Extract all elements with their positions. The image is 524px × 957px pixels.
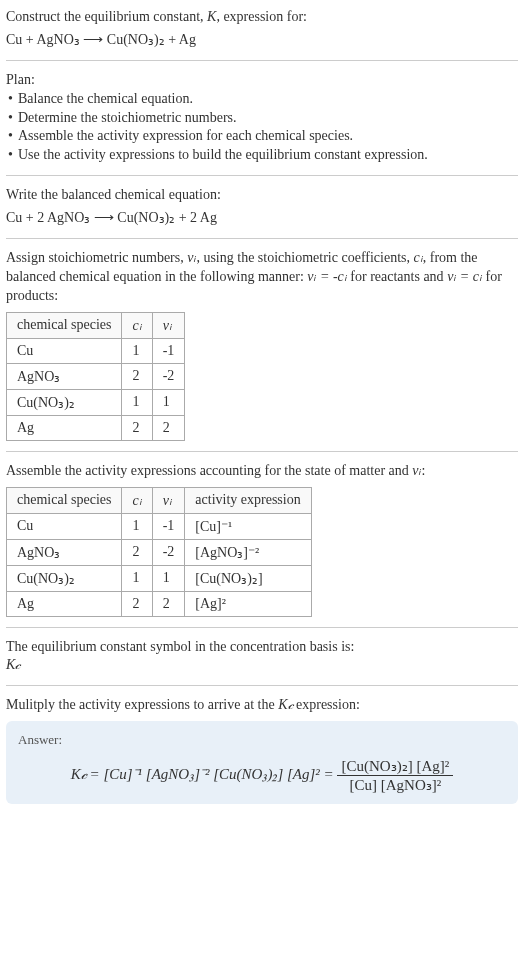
cell-nu: 2	[152, 415, 185, 440]
cell-species: Ag	[7, 415, 122, 440]
cell-nu: -1	[152, 338, 185, 363]
kc-symbol-heading: The equilibrium constant symbol in the c…	[6, 638, 518, 657]
table-row: AgNO₃ 2 -2 [AgNO₃]⁻²	[7, 539, 312, 565]
text-fragment: expression:	[293, 697, 360, 712]
prompt-section: Construct the equilibrium constant, K, e…	[6, 8, 518, 50]
table-header-row: chemical species cᵢ νᵢ activity expressi…	[7, 487, 312, 513]
kc-symbol-inline: K𝒸	[278, 697, 292, 712]
cell-species: Cu	[7, 338, 122, 363]
plan-item-text: Assemble the activity expression for eac…	[18, 128, 353, 143]
col-ci: cᵢ	[122, 312, 152, 338]
table-row: Cu(NO₃)₂ 1 1	[7, 389, 185, 415]
cell-ci: 1	[122, 389, 152, 415]
cell-activity: [Ag]²	[185, 591, 311, 616]
cell-species: AgNO₃	[7, 363, 122, 389]
plan-item: •Use the activity expressions to build t…	[8, 146, 518, 165]
divider	[6, 60, 518, 61]
stoich-section: Assign stoichiometric numbers, νᵢ, using…	[6, 249, 518, 441]
fraction-denominator: [Cu] [AgNO₃]²	[337, 776, 453, 794]
kc-expression: K𝒸 = [Cu]⁻¹ [AgNO₃]⁻² [Cu(NO₃)₂] [Ag]² =…	[18, 757, 506, 794]
col-species: chemical species	[7, 312, 122, 338]
activity-table: chemical species cᵢ νᵢ activity expressi…	[6, 487, 312, 617]
cell-species: Cu(NO₃)₂	[7, 389, 122, 415]
relation-products: νᵢ = cᵢ	[447, 269, 482, 284]
col-nu: νᵢ	[152, 312, 185, 338]
cell-ci: 1	[122, 338, 152, 363]
table-row: Ag 2 2 [Ag]²	[7, 591, 312, 616]
cell-nu: 2	[152, 591, 185, 616]
table-row: Cu(NO₃)₂ 1 1 [Cu(NO₃)₂]	[7, 565, 312, 591]
prompt-title: Construct the equilibrium constant, K, e…	[6, 8, 518, 27]
cell-species: Ag	[7, 591, 122, 616]
divider	[6, 685, 518, 686]
stoich-heading: Assign stoichiometric numbers, νᵢ, using…	[6, 249, 518, 306]
cell-nu: -2	[152, 363, 185, 389]
fraction: [Cu(NO₃)₂] [Ag]² [Cu] [AgNO₃]²	[337, 757, 453, 794]
cell-ci: 1	[122, 513, 152, 539]
plan-item: •Assemble the activity expression for ea…	[8, 127, 518, 146]
plan-item-text: Determine the stoichiometric numbers.	[18, 110, 237, 125]
unbalanced-equation: Cu + AgNO₃ ⟶ Cu(NO₃)₂ + Ag	[6, 31, 518, 50]
col-ci: cᵢ	[122, 487, 152, 513]
cell-ci: 2	[122, 591, 152, 616]
cell-activity: [Cu(NO₃)₂]	[185, 565, 311, 591]
nu-symbol: νᵢ	[412, 463, 421, 478]
cell-ci: 2	[122, 415, 152, 440]
text-fragment: Assign stoichiometric numbers,	[6, 250, 187, 265]
cell-activity: [Cu]⁻¹	[185, 513, 311, 539]
text-fragment: Assemble the activity expressions accoun…	[6, 463, 412, 478]
table-row: AgNO₃ 2 -2	[7, 363, 185, 389]
plan-heading: Plan:	[6, 71, 518, 90]
cell-species: AgNO₃	[7, 539, 122, 565]
activity-heading: Assemble the activity expressions accoun…	[6, 462, 518, 481]
col-species: chemical species	[7, 487, 122, 513]
table-row: Cu 1 -1	[7, 338, 185, 363]
plan-item: •Determine the stoichiometric numbers.	[8, 109, 518, 128]
activity-section: Assemble the activity expressions accoun…	[6, 462, 518, 617]
plan-item-text: Balance the chemical equation.	[18, 91, 193, 106]
balanced-equation: Cu + 2 AgNO₃ ⟶ Cu(NO₃)₂ + 2 Ag	[6, 209, 518, 228]
balanced-section: Write the balanced chemical equation: Cu…	[6, 186, 518, 228]
plan-item: •Balance the chemical equation.	[8, 90, 518, 109]
cell-nu: 1	[152, 389, 185, 415]
cell-nu: -2	[152, 539, 185, 565]
multiply-heading: Mulitply the activity expressions to arr…	[6, 696, 518, 715]
divider	[6, 175, 518, 176]
relation-reactants: νᵢ = -cᵢ	[307, 269, 347, 284]
kc-symbol-section: The equilibrium constant symbol in the c…	[6, 638, 518, 676]
cell-species: Cu	[7, 513, 122, 539]
table-header-row: chemical species cᵢ νᵢ	[7, 312, 185, 338]
cell-activity: [AgNO₃]⁻²	[185, 539, 311, 565]
col-activity: activity expression	[185, 487, 311, 513]
plan-item-text: Use the activity expressions to build th…	[18, 147, 428, 162]
plan-section: Plan: •Balance the chemical equation. •D…	[6, 71, 518, 165]
answer-box: Answer: K𝒸 = [Cu]⁻¹ [AgNO₃]⁻² [Cu(NO₃)₂]…	[6, 721, 518, 804]
divider	[6, 238, 518, 239]
divider	[6, 627, 518, 628]
fraction-numerator: [Cu(NO₃)₂] [Ag]²	[337, 757, 453, 776]
stoich-table: chemical species cᵢ νᵢ Cu 1 -1 AgNO₃ 2 -…	[6, 312, 185, 441]
cell-ci: 2	[122, 363, 152, 389]
ci-symbol: cᵢ	[414, 250, 423, 265]
text-fragment: , using the stoichiometric coefficients,	[196, 250, 413, 265]
kc-lhs: K𝒸 = [Cu]⁻¹ [AgNO₃]⁻² [Cu(NO₃)₂] [Ag]² =	[71, 766, 338, 782]
cell-ci: 1	[122, 565, 152, 591]
cell-nu: 1	[152, 565, 185, 591]
balanced-heading: Write the balanced chemical equation:	[6, 186, 518, 205]
divider	[6, 451, 518, 452]
answer-label: Answer:	[18, 731, 506, 749]
table-row: Cu 1 -1 [Cu]⁻¹	[7, 513, 312, 539]
table-row: Ag 2 2	[7, 415, 185, 440]
kc-symbol: K𝒸	[6, 656, 518, 675]
text-fragment: for reactants and	[347, 269, 447, 284]
text-fragment: Mulitply the activity expressions to arr…	[6, 697, 278, 712]
cell-species: Cu(NO₃)₂	[7, 565, 122, 591]
cell-nu: -1	[152, 513, 185, 539]
text-fragment: :	[422, 463, 426, 478]
cell-ci: 2	[122, 539, 152, 565]
col-nu: νᵢ	[152, 487, 185, 513]
multiply-section: Mulitply the activity expressions to arr…	[6, 696, 518, 803]
